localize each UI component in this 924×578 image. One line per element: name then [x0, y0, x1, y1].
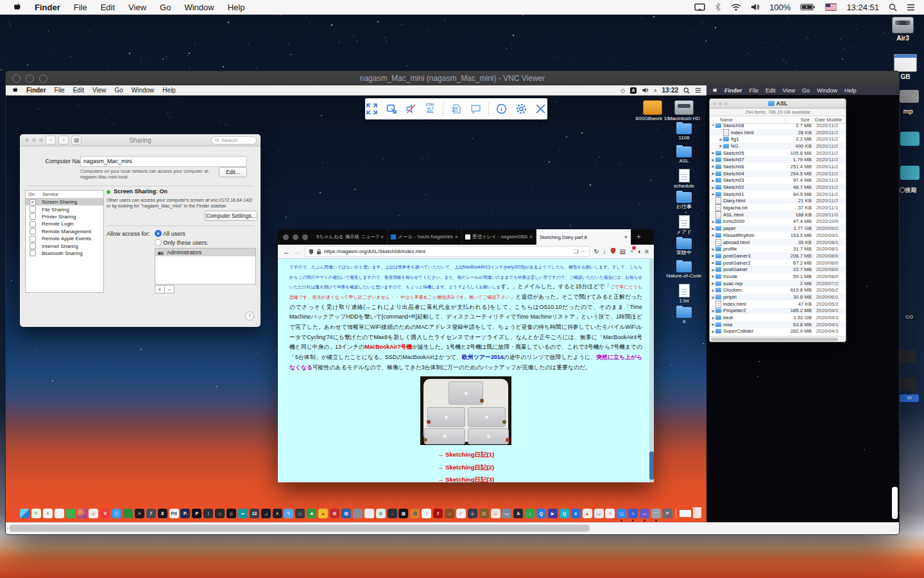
mute-icon[interactable] — [404, 102, 418, 116]
postGainer[interactable]: ▶ postGainer 22.7 MB 2020/08/0 — [710, 266, 846, 273]
host-clock[interactable]: 13:24:51 — [846, 3, 879, 12]
Sketch04[interactable]: ▶ Sketch04 254.5 MB 2020/11/2 — [710, 170, 846, 177]
remote-menu-item[interactable]: Window — [817, 87, 837, 94]
max8-icon[interactable]: 8 — [158, 509, 167, 518]
index.html[interactable]: index.html 47 KB 2020/05/2 — [710, 301, 846, 308]
remote-menu-item[interactable]: Help — [162, 87, 176, 94]
textedit-icon[interactable]: A — [43, 509, 53, 518]
user-row[interactable]: Administrators — [155, 249, 255, 256]
check-app-icon[interactable]: ✓ — [456, 509, 466, 518]
host-selected-label[interactable]: VI — [900, 394, 919, 402]
disclosure-triangle[interactable]: ▶ — [711, 322, 715, 326]
scrollbar-thumb[interactable] — [711, 338, 838, 341]
notes-app-icon[interactable]: ✎ — [31, 509, 41, 518]
suac-rep[interactable]: ▶ suac-rep 2 MB 2020/07/2 — [710, 280, 846, 287]
tab-close-icon[interactable]: × — [381, 234, 384, 240]
settings-icon[interactable] — [514, 102, 527, 116]
disclosure-triangle[interactable]: ▶ — [711, 295, 715, 299]
paper[interactable]: ▶ paper 1.77 GB 2020/09/2 — [710, 225, 846, 232]
remote-desktop-icon[interactable]: Macintosh HD — [663, 100, 705, 121]
vnc-hscrollbar[interactable] — [6, 522, 899, 534]
Sketch05[interactable]: ▶ Sketch05 105.8 MB 2020/11/2 — [710, 150, 846, 157]
terminal-icon[interactable]: > — [135, 509, 144, 518]
vnc-titlebar[interactable]: nagasm_Mac_mini (nagasm_Mac_mini) - VNC … — [6, 71, 899, 85]
piano-app-icon[interactable]: ▦ — [398, 509, 408, 518]
service-checkbox[interactable]: ✓ — [30, 199, 36, 206]
profile[interactable]: ▶ profile 31.7 MB 2020/08/1 — [710, 245, 846, 252]
trash-icon[interactable] — [693, 509, 701, 518]
service-row[interactable]: ✓ Screen Sharing — [26, 198, 103, 206]
bigacha.txt[interactable]: bigacha.txt 37 KB 2020/11/1 — [710, 204, 846, 211]
p5-app-icon[interactable]: P — [192, 509, 201, 518]
input-source-icon[interactable]: A — [630, 87, 637, 94]
radio-icon[interactable] — [155, 230, 162, 237]
disclosure-triangle[interactable]: ▶ — [711, 309, 715, 313]
disclosure-triangle[interactable]: ▶ — [711, 233, 715, 237]
status-diamond-icon[interactable]: ◇ — [620, 87, 625, 94]
disclosure-triangle[interactable]: ▶ — [711, 261, 715, 265]
volume-icon[interactable] — [751, 3, 760, 11]
utility-app-icon[interactable]: 7 — [146, 509, 156, 518]
dock-divider[interactable] — [676, 508, 676, 518]
service-checkbox[interactable] — [30, 206, 36, 213]
display-mirroring-icon[interactable] — [694, 3, 705, 12]
file-transfer-icon[interactable] — [449, 102, 463, 116]
ASL.html[interactable]: ASL.html 188 KB 2020/11/0 — [710, 211, 846, 218]
Sketch08[interactable]: ▼ Sketch08 2.7 MB 2020/11/2 — [710, 122, 846, 129]
remote-clock[interactable]: 13:22 — [662, 87, 678, 94]
zoom-icon[interactable]: ◻ — [617, 509, 626, 518]
disclosure-triangle[interactable]: ▶ — [711, 329, 715, 333]
qtplayer-icon[interactable]: Q — [560, 509, 569, 518]
Sketch06[interactable]: ▶ Sketch06 251.4 MB 2020/11/2 — [710, 163, 846, 170]
remote-menu-item[interactable]: View — [92, 87, 107, 94]
account-icon[interactable]: ◔ — [629, 248, 633, 255]
forward-icon[interactable]: → — [294, 248, 301, 256]
knob-app-icon[interactable]: ◉ — [468, 509, 477, 518]
notification-center-icon[interactable] — [907, 4, 915, 11]
garageband-icon[interactable]: ♫ — [445, 509, 454, 518]
tab-close-icon[interactable]: × — [624, 234, 628, 240]
maps-icon[interactable] — [66, 509, 76, 518]
Glocken[interactable]: ▶ Glocken 619.8 MB 2020/06/2 — [710, 287, 846, 294]
preview-icon[interactable] — [55, 509, 64, 518]
lock-icon[interactable] — [316, 249, 321, 255]
service-row[interactable]: Internet Sharing — [26, 242, 103, 249]
Xcode[interactable]: ▶ Xcode 59.1 MB 2020/08/0 — [710, 273, 846, 280]
service-checkbox[interactable] — [30, 221, 36, 227]
remote-app-menu[interactable]: Finder — [26, 87, 46, 94]
diary-link[interactable]: → Sketching日記(2) — [278, 464, 654, 471]
disclosure-triangle[interactable]: ▶ — [711, 164, 715, 168]
Sketch03[interactable]: ▶ Sketch03 97.4 MB 2020/11/2 — [710, 177, 846, 184]
host-menu-item[interactable]: View — [128, 3, 146, 12]
menu-icon[interactable]: ≡ — [645, 248, 649, 255]
SuperCollider[interactable]: ▶ SuperCollider 282.9 MB 2020/04/1 — [710, 328, 846, 335]
remote-menu-item[interactable]: View — [783, 87, 795, 94]
service-row[interactable]: Remote Apple Events — [26, 235, 103, 242]
remote-menu-item[interactable]: Help — [844, 87, 857, 94]
cube-app-icon[interactable]: ◼ — [215, 509, 225, 518]
disclosure-triangle[interactable]: ▶ — [711, 281, 715, 285]
disclosure-triangle[interactable]: ▶ — [719, 137, 723, 141]
itunes-icon[interactable]: ♪ — [422, 509, 431, 518]
clover-app-icon[interactable]: ♣ — [307, 509, 316, 518]
service-row[interactable]: Remote Login — [26, 220, 103, 227]
abroad.html[interactable]: abroad.html 35 KB 2020/08/1 — [710, 239, 846, 246]
host-menu-item[interactable]: Help — [228, 3, 245, 12]
movie-app-icon[interactable]: ▶ — [548, 509, 558, 518]
globe-app-icon[interactable]: ◎ — [295, 509, 305, 518]
ribbon-app-icon[interactable]: ✿ — [330, 509, 339, 518]
url-text[interactable]: https://nagasm.org/ASL/Sketch08/index.ht… — [324, 249, 571, 254]
processing-icon[interactable]: P. — [180, 509, 190, 518]
apple-menu-icon[interactable] — [712, 87, 717, 94]
tab-close-icon[interactable]: × — [455, 234, 458, 240]
fit-window-icon[interactable] — [384, 102, 398, 116]
add-user-button[interactable]: + — [155, 285, 165, 293]
remote-menu-item[interactable]: Go — [802, 87, 810, 94]
remote-desktop-icon[interactable]: 1.txt — [663, 284, 705, 304]
disclosure-triangle[interactable]: ▶ — [711, 227, 715, 231]
remote-desktop-icon[interactable]: Nature-of-Code — [663, 261, 705, 279]
host-desktop-icon-air3[interactable]: Air3 — [888, 17, 918, 42]
browser-tab[interactable]: Sketching Diary part 8 × — [536, 229, 631, 245]
arduino-icon[interactable]: ∞ — [238, 509, 248, 518]
Sketch01[interactable]: ▶ Sketch01 84.5 MB 2020/11/2 — [710, 191, 846, 198]
